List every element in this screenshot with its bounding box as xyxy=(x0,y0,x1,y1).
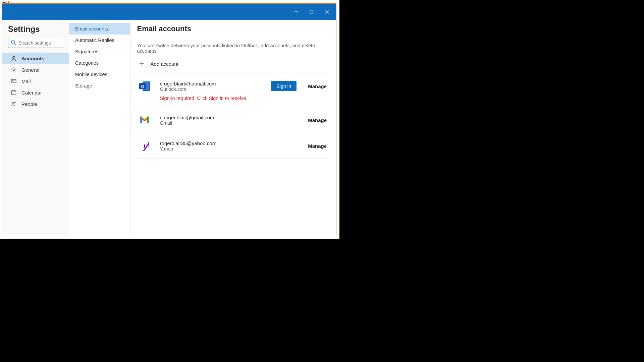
svg-rect-22 xyxy=(147,117,149,123)
account-service: Outlook.com xyxy=(160,86,268,92)
svg-point-6 xyxy=(13,56,15,58)
search-input[interactable] xyxy=(8,38,64,48)
yahoo-icon: y ! xyxy=(138,139,151,153)
calendar-icon xyxy=(11,89,17,96)
svg-text:!: ! xyxy=(147,140,150,148)
sidebar-item-label: General xyxy=(21,67,39,73)
account-row: O crogerblair@hotmail.com Outlook.com Si… xyxy=(137,73,329,107)
sidebar-item-general[interactable]: General xyxy=(2,64,69,75)
gear-icon xyxy=(11,67,17,73)
subnav-email-accounts[interactable]: Email accounts xyxy=(69,23,130,35)
manage-link[interactable]: Manage xyxy=(308,83,327,89)
minimize-button[interactable] xyxy=(288,4,304,19)
subnav-label: Automatic Replies xyxy=(75,38,114,43)
svg-rect-9 xyxy=(12,91,16,95)
account-error: Sign-in required. Click Sign in to resol… xyxy=(160,96,268,101)
svg-point-14 xyxy=(14,102,16,103)
search-icon xyxy=(11,40,16,46)
subnav-label: Signatures xyxy=(75,49,98,54)
mail-icon xyxy=(11,78,17,84)
manage-link[interactable]: Manage xyxy=(308,143,327,149)
sidebar-item-calendar[interactable]: Calendar xyxy=(2,87,69,98)
subnav-storage[interactable]: Storage xyxy=(69,80,130,92)
close-icon xyxy=(325,10,329,14)
person-icon xyxy=(11,55,17,61)
people-icon xyxy=(11,101,17,107)
svg-rect-1 xyxy=(310,10,313,13)
search-wrap xyxy=(8,38,64,48)
sidebar-item-accounts[interactable]: Accounts xyxy=(2,53,69,64)
maximize-icon xyxy=(310,10,314,14)
sidebar-item-label: Calendar xyxy=(21,90,42,96)
divider xyxy=(137,38,330,38)
subnav-mobile-devices[interactable]: Mobile devices xyxy=(69,69,130,80)
minimize-icon xyxy=(294,10,298,14)
close-button[interactable] xyxy=(319,4,335,19)
add-account-button[interactable]: Add account xyxy=(137,58,329,70)
manage-link[interactable]: Manage xyxy=(308,117,327,123)
subnav-label: Storage xyxy=(75,83,92,88)
titlebar xyxy=(2,4,336,20)
subnav-label: Mobile devices xyxy=(75,72,107,77)
sidebar-item-mail[interactable]: Mail xyxy=(2,75,69,87)
svg-text:O: O xyxy=(141,84,144,89)
subnav-categories[interactable]: Categories xyxy=(69,57,130,69)
subnav-label: Categories xyxy=(75,60,99,66)
svg-rect-21 xyxy=(140,117,142,123)
settings-sidebar: Settings Accounts xyxy=(2,20,69,235)
account-service: Gmail xyxy=(160,120,293,126)
sidebar-item-label: Mail xyxy=(21,78,31,84)
add-account-label: Add account xyxy=(151,61,178,67)
subnav-label: Email accounts xyxy=(75,26,108,32)
account-row: c.roger.blair@gmail.com Gmail Manage xyxy=(137,107,329,133)
sidebar-item-label: People xyxy=(21,101,37,107)
svg-line-5 xyxy=(14,44,16,45)
outlook-icon: O xyxy=(138,79,151,93)
gmail-icon xyxy=(138,113,151,127)
account-service: Yahoo xyxy=(160,146,293,152)
settings-window: Settings Accounts xyxy=(2,3,336,235)
account-email: crogerblair@hotmail.com xyxy=(160,81,268,86)
svg-point-7 xyxy=(13,69,15,71)
account-row: y ! rogerblair35@yahoo.com Yahoo Manage xyxy=(137,133,329,159)
page-title: Email accounts xyxy=(137,24,329,33)
settings-title: Settings xyxy=(8,24,69,34)
sidebar-item-people[interactable]: People xyxy=(2,98,69,110)
subnav-automatic-replies[interactable]: Automatic Replies xyxy=(69,35,130,46)
main-content: Email accounts You can switch between yo… xyxy=(130,20,336,235)
account-email: rogerblair35@yahoo.com xyxy=(160,140,293,146)
page-description: You can switch between your accounts lin… xyxy=(137,43,329,54)
plus-icon xyxy=(139,60,146,67)
svg-point-13 xyxy=(12,102,14,104)
signin-button[interactable]: Sign in xyxy=(271,81,297,91)
maximize-button[interactable] xyxy=(304,4,319,19)
account-email: c.roger.blair@gmail.com xyxy=(160,115,293,120)
accounts-subnav: Email accounts Automatic Replies Signatu… xyxy=(69,20,130,235)
svg-point-4 xyxy=(11,41,15,44)
subnav-signatures[interactable]: Signatures xyxy=(69,46,130,57)
sidebar-item-label: Accounts xyxy=(21,56,44,61)
